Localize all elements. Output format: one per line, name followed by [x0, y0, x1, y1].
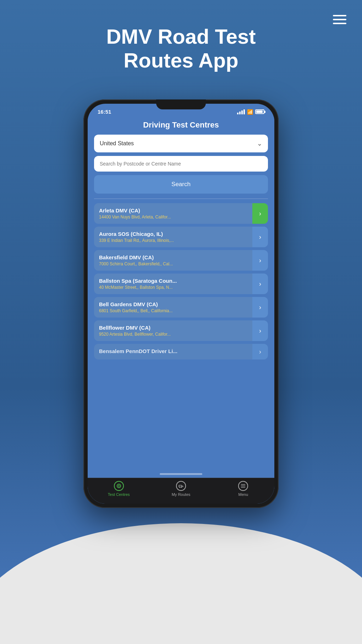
phone-device: 16:51 📶 Driving Test Centres United Stat… — [83, 99, 279, 508]
arrow-icon: › — [252, 274, 268, 294]
wifi-icon: 📶 — [247, 109, 253, 115]
country-label: United States — [100, 140, 134, 147]
arrow-icon: › — [252, 250, 268, 271]
search-input-container[interactable] — [94, 156, 268, 172]
nav-item-test-centres[interactable]: Test Centres — [88, 481, 150, 497]
item-name: Bakersfield DMV (CA) — [99, 254, 247, 260]
app-title: DMV Road Test Routes App — [0, 25, 362, 72]
time-display: 16:51 — [98, 109, 111, 115]
nav-label-test-centres: Test Centres — [108, 492, 130, 497]
item-address: 14400 Van Nuys Blvd, Arleta, Califor... — [99, 215, 247, 220]
chevron-down-icon: ⌄ — [257, 140, 262, 147]
nav-label-my-routes: My Routes — [172, 492, 191, 497]
list-item[interactable]: Bell Gardens DMV (CA) 6801 South Garfiel… — [94, 297, 268, 318]
search-section: United States ⌄ Search — [88, 135, 274, 199]
item-name: Ballston Spa (Saratoga Coun... — [99, 278, 247, 284]
arrow-icon: › — [252, 344, 268, 359]
page-header: Driving Test Centres — [88, 117, 274, 135]
nav-item-my-routes[interactable]: My Routes — [150, 481, 212, 497]
item-name: Bensalem PennDOT Driver Li... — [99, 348, 247, 354]
item-address: 339 E Indian Trail Rd,, Aurora, Illinois… — [99, 238, 247, 243]
svg-point-3 — [179, 487, 180, 488]
country-select[interactable]: United States ⌄ — [94, 135, 268, 152]
list-item[interactable]: Bakersfield DMV (CA) 7000 Schirra Court,… — [94, 250, 268, 271]
arrow-icon: › — [252, 203, 268, 224]
item-name: Bellflower DMV (CA) — [99, 325, 247, 331]
item-content: Bell Gardens DMV (CA) 6801 South Garfiel… — [94, 297, 252, 318]
item-content: Bakersfield DMV (CA) 7000 Schirra Court,… — [94, 250, 252, 271]
item-content: Arleta DMV (CA) 14400 Van Nuys Blvd, Arl… — [94, 203, 252, 224]
notch — [156, 99, 206, 109]
list-item[interactable]: Arleta DMV (CA) 14400 Van Nuys Blvd, Arl… — [94, 203, 268, 224]
item-name: Aurora SOS (Chicago, IL) — [99, 231, 247, 237]
bottom-nav: Test Centres My Routes — [88, 478, 274, 504]
phone-screen: 16:51 📶 Driving Test Centres United Stat… — [88, 104, 274, 504]
svg-point-1 — [118, 485, 120, 487]
menu-icon — [238, 481, 248, 491]
item-name: Arleta DMV (CA) — [99, 207, 247, 213]
item-content: Bellflower DMV (CA) 9520 Artesia Blvd, B… — [94, 320, 252, 341]
battery-icon — [255, 109, 264, 114]
item-address: 9520 Artesia Blvd, Bellflower, Califor..… — [99, 332, 247, 337]
my-routes-icon — [176, 481, 186, 491]
list-item[interactable]: Ballston Spa (Saratoga Coun... 40 McMast… — [94, 274, 268, 294]
search-button[interactable]: Search — [94, 175, 268, 194]
test-centres-icon — [114, 481, 124, 491]
arrow-icon: › — [252, 297, 268, 318]
search-input[interactable] — [100, 161, 262, 167]
divider — [94, 199, 268, 199]
status-icons: 📶 — [237, 109, 264, 115]
item-address: 6801 South Garfield,, Bell,, California.… — [99, 308, 247, 313]
item-name: Bell Gardens DMV (CA) — [99, 301, 247, 307]
list-item[interactable]: Aurora SOS (Chicago, IL) 339 E Indian Tr… — [94, 227, 268, 247]
nav-item-menu[interactable]: Menu — [212, 481, 274, 497]
item-address: 40 McMaster Street,, Ballston Spa, N... — [99, 285, 247, 290]
item-content: Ballston Spa (Saratoga Coun... 40 McMast… — [94, 274, 252, 294]
item-content: Bensalem PennDOT Driver Li... — [94, 344, 252, 359]
hamburger-menu[interactable] — [333, 15, 346, 24]
list-item[interactable]: Bensalem PennDOT Driver Li... › — [94, 344, 268, 359]
screen-content: Driving Test Centres United States ⌄ Sea… — [88, 117, 274, 504]
nav-label-menu: Menu — [238, 492, 248, 497]
centres-list: Arleta DMV (CA) 14400 Van Nuys Blvd, Arl… — [88, 202, 274, 473]
arrow-icon: › — [252, 227, 268, 247]
arrow-icon: › — [252, 320, 268, 341]
home-indicator — [160, 473, 202, 475]
item-address: 7000 Schirra Court,, Bakersfield,, Cal..… — [99, 261, 247, 266]
list-item[interactable]: Bellflower DMV (CA) 9520 Artesia Blvd, B… — [94, 320, 268, 341]
signal-icon — [237, 109, 245, 114]
item-content: Aurora SOS (Chicago, IL) 339 E Indian Tr… — [94, 227, 252, 247]
